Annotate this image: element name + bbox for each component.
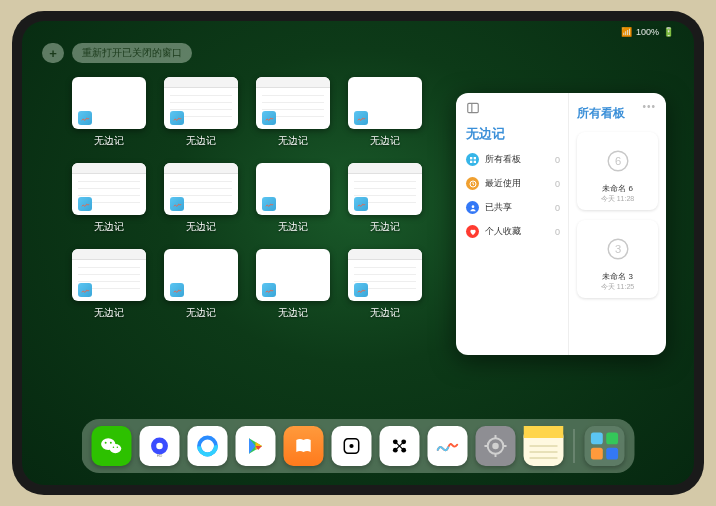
window-tile[interactable]: 无边记: [162, 163, 240, 241]
freeform-app-icon: [78, 111, 92, 125]
freeform-app-icon: [354, 197, 368, 211]
svg-rect-37: [524, 426, 564, 438]
window-tile[interactable]: 无边记: [162, 77, 240, 155]
freeform-app-icon: [354, 283, 368, 297]
sidebar-item-label: 已共享: [485, 201, 512, 214]
window-label: 无边记: [370, 220, 400, 234]
window-tile[interactable]: 无边记: [346, 77, 424, 155]
window-label: 无边记: [186, 306, 216, 320]
freeform-app-icon: [170, 111, 184, 125]
svg-rect-4: [470, 160, 472, 162]
screen: 📶 100% 🔋 + 重新打开已关闭的窗口 无边记无边记无边记无边记无边记无边记…: [22, 21, 694, 485]
svg-point-16: [113, 447, 115, 449]
svg-point-17: [117, 447, 119, 449]
dock-play-icon[interactable]: [236, 426, 276, 466]
window-label: 无边记: [370, 306, 400, 320]
window-thumbnail: [348, 249, 422, 301]
app-expose-grid: 无边记无边记无边记无边记无边记无边记无边记无边记无边记无边记无边记无边记: [70, 77, 430, 327]
svg-rect-5: [473, 160, 475, 162]
svg-rect-0: [468, 103, 479, 112]
sidebar-item-label: 所有看板: [485, 153, 521, 166]
window-label: 无边记: [278, 134, 308, 148]
svg-point-7: [471, 205, 474, 208]
dock-quark-icon[interactable]: HD: [140, 426, 180, 466]
board-thumbnail: 3: [583, 226, 652, 271]
board-card[interactable]: 3未命名 3今天 11:25: [577, 220, 658, 298]
sidebar-item-label: 个人收藏: [485, 225, 521, 238]
svg-rect-2: [470, 157, 472, 159]
sidebar-item-clock[interactable]: 最近使用0: [466, 177, 560, 190]
window-tile[interactable]: 无边记: [346, 249, 424, 327]
sidebar-toggle-icon[interactable]: [466, 101, 480, 115]
window-tile[interactable]: 无边记: [70, 77, 148, 155]
dock-separator: [574, 429, 575, 463]
grid-icon: [466, 153, 479, 166]
sidebar-item-count: 0: [555, 227, 560, 237]
svg-point-15: [110, 442, 112, 444]
svg-point-32: [492, 443, 499, 450]
svg-rect-42: [606, 432, 618, 444]
freeform-app-icon: [170, 283, 184, 297]
dock-freeform-icon[interactable]: [428, 426, 468, 466]
window-thumbnail: [348, 163, 422, 215]
sidebar-item-person[interactable]: 已共享0: [466, 201, 560, 214]
dock-dice-icon[interactable]: [332, 426, 372, 466]
dock-books-icon[interactable]: [284, 426, 324, 466]
dock-connect-icon[interactable]: [380, 426, 420, 466]
window-thumbnail: [72, 163, 146, 215]
window-thumbnail: [256, 77, 330, 129]
battery-text: 100%: [636, 27, 659, 37]
panel-content: ••• 所有看板 6未命名 6今天 11:283未命名 3今天 11:25: [568, 93, 666, 355]
sidebar-item-heart[interactable]: 个人收藏0: [466, 225, 560, 238]
freeform-panel[interactable]: 无边记 所有看板0最近使用0已共享0个人收藏0 ••• 所有看板 6未命名 6今…: [456, 93, 666, 355]
sidebar-item-count: 0: [555, 179, 560, 189]
new-window-button[interactable]: +: [42, 43, 64, 63]
board-timestamp: 今天 11:28: [583, 194, 652, 204]
window-tile[interactable]: 无边记: [70, 249, 148, 327]
svg-point-19: [156, 443, 163, 450]
window-thumbnail: [164, 77, 238, 129]
freeform-app-icon: [262, 197, 276, 211]
window-label: 无边记: [370, 134, 400, 148]
status-bar: 📶 100% 🔋: [621, 27, 674, 37]
clock-icon: [466, 177, 479, 190]
window-tile[interactable]: 无边记: [254, 77, 332, 155]
window-tile[interactable]: 无边记: [162, 249, 240, 327]
dock-settings-icon[interactable]: [476, 426, 516, 466]
svg-text:HD: HD: [157, 453, 163, 458]
freeform-app-icon: [78, 283, 92, 297]
window-tile[interactable]: 无边记: [254, 163, 332, 241]
dock-notes-icon[interactable]: [524, 426, 564, 466]
freeform-app-icon: [262, 111, 276, 125]
dock-wechat-icon[interactable]: [92, 426, 132, 466]
board-timestamp: 今天 11:25: [583, 282, 652, 292]
dock: HD: [82, 419, 635, 473]
person-icon: [466, 201, 479, 214]
window-tile[interactable]: 无边记: [254, 249, 332, 327]
board-name: 未命名 3: [583, 271, 652, 282]
svg-rect-3: [473, 157, 475, 159]
svg-rect-41: [591, 432, 603, 444]
window-thumbnail: [164, 163, 238, 215]
freeform-app-icon: [354, 111, 368, 125]
sidebar-item-count: 0: [555, 203, 560, 213]
svg-point-13: [110, 444, 122, 453]
window-tile[interactable]: 无边记: [70, 163, 148, 241]
window-label: 无边记: [278, 306, 308, 320]
more-options-button[interactable]: •••: [642, 101, 656, 112]
panel-sidebar: 无边记 所有看板0最近使用0已共享0个人收藏0: [456, 93, 568, 355]
window-thumbnail: [256, 163, 330, 215]
ipad-device-frame: 📶 100% 🔋 + 重新打开已关闭的窗口 无边记无边记无边记无边记无边记无边记…: [12, 11, 704, 495]
svg-text:3: 3: [614, 243, 620, 255]
freeform-app-icon: [262, 283, 276, 297]
top-controls: + 重新打开已关闭的窗口: [42, 43, 192, 63]
reopen-closed-window-button[interactable]: 重新打开已关闭的窗口: [72, 43, 192, 63]
sidebar-item-grid[interactable]: 所有看板0: [466, 153, 560, 166]
window-tile[interactable]: 无边记: [346, 163, 424, 241]
dock-app-library-icon[interactable]: [585, 426, 625, 466]
board-card[interactable]: 6未命名 6今天 11:28: [577, 132, 658, 210]
battery-icon: 🔋: [663, 27, 674, 37]
window-label: 无边记: [186, 220, 216, 234]
dock-qq-browser-icon[interactable]: [188, 426, 228, 466]
heart-icon: [466, 225, 479, 238]
